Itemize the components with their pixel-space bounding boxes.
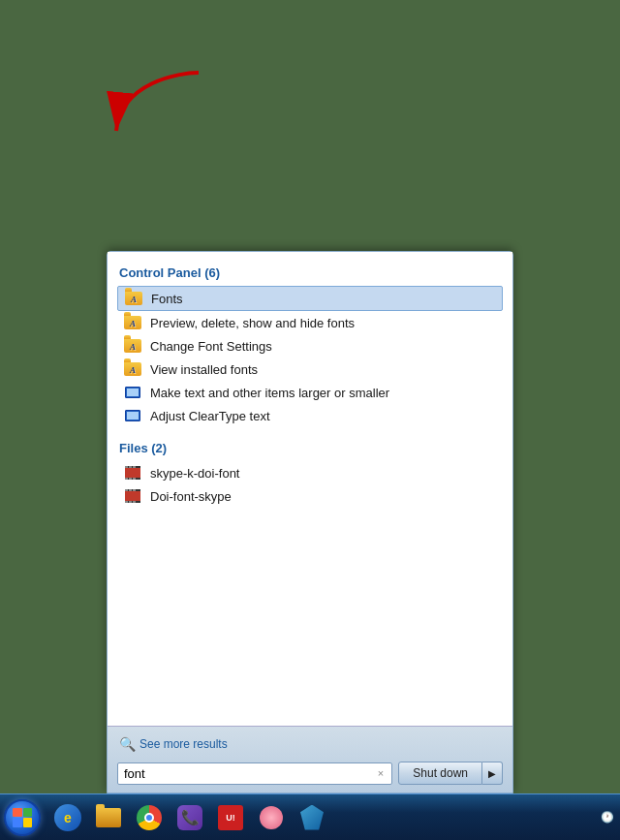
change-font-settings-item[interactable]: A Change Font Settings <box>117 334 503 358</box>
doi-font-file-icon <box>123 487 142 505</box>
change-font-settings-label: Change Font Settings <box>150 339 272 354</box>
skype-font-label: skype-k-doi-font <box>150 466 239 481</box>
start-menu: Control Panel (6) A Fonts A <box>0 0 620 793</box>
cleartype-item[interactable]: Adjust ClearType text <box>117 404 503 427</box>
search-panel: Control Panel (6) A Fonts A <box>107 251 513 793</box>
chrome-icon <box>137 805 162 830</box>
taskbar-icon-feather[interactable] <box>293 798 331 837</box>
make-text-icon <box>123 384 142 401</box>
files-section-header: Files (2) <box>117 437 503 459</box>
start-button[interactable] <box>4 799 41 836</box>
ie-icon: e <box>54 804 81 831</box>
clear-search-button[interactable]: × <box>376 767 386 779</box>
taskbar: e 📞 U! 🕐 <box>0 793 620 840</box>
make-text-larger-label: Make text and other items larger or smal… <box>150 386 389 400</box>
see-more-results-link[interactable]: 🔍 See more results <box>117 734 503 758</box>
tray-area: 🕐 <box>601 811 618 824</box>
skype-font-file-item[interactable]: skype-k-doi-font <box>117 461 503 484</box>
taskbar-icon-viber[interactable]: 📞 <box>170 798 209 837</box>
shutdown-button[interactable]: Shut down <box>398 762 482 785</box>
control-panel-count: (6) <box>204 265 220 280</box>
control-panel-section-header: Control Panel (6) <box>117 262 503 284</box>
win-pane-bl <box>13 818 22 827</box>
search-input[interactable] <box>124 766 376 781</box>
taskbar-icon-ie[interactable]: e <box>48 798 87 837</box>
win-pane-tl <box>13 808 22 818</box>
folder-icon <box>96 808 121 827</box>
win-pane-tr <box>23 808 33 818</box>
view-fonts-icon: A <box>123 360 142 378</box>
make-text-larger-item[interactable]: Make text and other items larger or smal… <box>117 381 503 404</box>
fonts-label: Fonts <box>151 292 183 306</box>
search-bar-area: 🔍 See more results × Shut down ▶ <box>108 727 512 793</box>
preview-fonts-item[interactable]: A Preview, delete, show and hide fonts <box>117 311 503 334</box>
taskbar-icon-folder[interactable] <box>89 798 128 837</box>
windows-logo <box>13 808 32 827</box>
taskbar-icons: e 📞 U! <box>45 798 599 837</box>
chrome-inner-circle <box>144 813 154 823</box>
results-area: Control Panel (6) A Fonts A <box>108 252 512 727</box>
clock: 🕐 <box>601 811 614 824</box>
preview-fonts-label: Preview, delete, show and hide fonts <box>150 316 355 330</box>
viber-icon: 📞 <box>177 805 202 830</box>
see-more-label: See more results <box>140 737 228 751</box>
change-font-icon: A <box>123 337 142 355</box>
taskbar-icon-chrome[interactable] <box>130 798 169 837</box>
shutdown-group: Shut down ▶ <box>398 762 503 785</box>
shutdown-arrow-button[interactable]: ▶ <box>482 762 503 785</box>
search-input-wrapper: × <box>117 762 392 785</box>
files-title: Files <box>119 441 148 455</box>
taskbar-icon-pink[interactable] <box>252 798 291 837</box>
view-installed-fonts-label: View installed fonts <box>150 362 258 377</box>
fonts-item[interactable]: A Fonts <box>117 286 503 311</box>
control-panel-title: Control Panel <box>119 265 202 280</box>
win-pane-br <box>23 818 33 827</box>
skype-font-file-icon <box>123 464 142 482</box>
doi-font-label: Doi-font-skype <box>150 489 232 504</box>
blue-feather-icon <box>300 805 324 830</box>
cleartype-label: Adjust ClearType text <box>150 409 270 423</box>
view-installed-fonts-item[interactable]: A View installed fonts <box>117 358 503 381</box>
fonts-folder-icon: A <box>124 290 143 307</box>
preview-fonts-icon: A <box>123 314 142 331</box>
red-app-icon: U! <box>218 805 243 830</box>
pink-icon <box>260 806 283 829</box>
doi-font-file-item[interactable]: Doi-font-skype <box>117 484 503 508</box>
files-section: Files (2) <box>117 437 503 508</box>
taskbar-icon-red-app[interactable]: U! <box>211 798 250 837</box>
files-count: (2) <box>151 441 167 455</box>
cleartype-icon <box>123 407 142 424</box>
